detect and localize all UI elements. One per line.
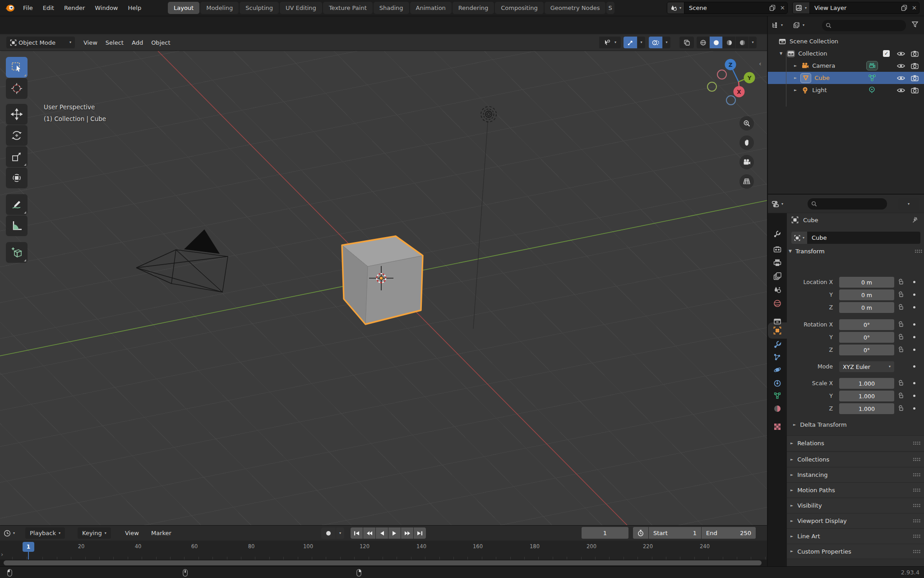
rotation-mode-dropdown[interactable]: XYZ Euler ▾ [839,361,894,372]
unlock-icon[interactable] [898,392,904,399]
view-layer-datablock-button[interactable]: ▾ [793,2,810,14]
breadcrumb-object-name[interactable]: Cube [803,217,912,224]
outliner-row-scene-collection[interactable]: Scene Collection [768,35,924,47]
jump-to-start-button[interactable] [351,527,363,539]
playhead-badge[interactable]: 1 [23,542,34,552]
animate-dot[interactable] [913,306,915,308]
object-mode-dropdown[interactable]: Object Mode ▾ [6,37,75,48]
object-name-input[interactable]: Cube [807,232,920,244]
unlock-icon[interactable] [898,321,904,328]
tab-material[interactable] [773,405,781,413]
workspace-tab-sculpting[interactable]: Sculpting [240,2,279,14]
camera-object[interactable] [136,229,228,292]
blender-logo-icon[interactable] [5,3,15,14]
scale-x-field[interactable]: 1.000 [839,378,894,389]
use-preview-range-toggle[interactable] [633,527,648,539]
scene-name[interactable]: Scene [684,5,767,11]
play-button[interactable] [388,527,401,539]
shading-settings-dropdown[interactable]: ▾ [749,37,757,48]
unlock-icon[interactable] [898,405,904,412]
location-z-field[interactable]: 0 m [839,302,894,313]
disclosure-triangle-icon[interactable]: ► [794,64,797,68]
menu-view[interactable]: View [79,37,102,48]
unlock-icon[interactable] [898,380,904,387]
unlock-icon[interactable] [898,279,904,285]
tool-annotate[interactable] [6,194,28,215]
pan-button[interactable] [739,135,754,150]
tab-modifiers[interactable] [773,340,781,348]
tab-scene[interactable] [773,286,781,294]
scene-unlink-button[interactable]: ✕ [778,2,787,14]
tool-select-box[interactable] [6,57,28,78]
disclosure-triangle-icon[interactable]: ▼ [780,52,782,56]
menu-add[interactable]: Add [128,37,147,48]
hide-viewport-icon[interactable] [897,88,905,93]
animate-dot[interactable] [913,349,915,351]
hide-viewport-icon[interactable] [897,75,905,81]
menu-select[interactable]: Select [102,37,128,48]
scene-datablock-button[interactable]: ▾ [667,2,684,14]
disable-render-icon[interactable] [911,87,919,93]
disable-render-icon[interactable] [911,75,919,81]
outliner-row-collection[interactable]: ▼ Collection ✓ [768,47,924,60]
panel-drag-handle[interactable] [913,457,920,461]
tool-rotate[interactable] [6,125,28,146]
panel-drag-handle[interactable] [913,550,920,554]
collection-checkbox[interactable]: ✓ [883,50,890,57]
workspace-tab-modeling[interactable]: Modeling [200,2,239,14]
animate-dot[interactable] [913,382,915,384]
workspace-tab-layout[interactable]: Layout [168,2,199,14]
unlock-icon[interactable] [898,346,904,353]
tab-render[interactable] [773,246,781,254]
workspace-tab-clipped[interactable]: S [606,2,614,14]
mesh-data-icon[interactable] [868,75,876,82]
object-id-dropdown[interactable]: ▾ [791,232,807,244]
panel-drag-handle[interactable] [915,249,922,253]
editor-divider-vertical[interactable] [767,16,768,566]
workspace-tab-animation[interactable]: Animation [410,2,452,14]
rotation-y-field[interactable]: 0° [839,332,894,343]
gizmo-z-negative-handle[interactable] [726,96,735,105]
panel-motion-paths[interactable]: ► Motion Paths [787,482,924,498]
light-object[interactable] [473,107,496,329]
view-layer-name[interactable]: View Layer [810,5,899,11]
show-gizmo-toggle[interactable] [624,37,637,48]
properties-search-input[interactable] [808,198,887,210]
unlock-icon[interactable] [898,334,904,340]
panel-collections[interactable]: ► Collections [787,452,924,467]
menu-edit[interactable]: Edit [38,2,59,14]
tab-view-layer[interactable] [773,272,781,280]
panel-drag-handle[interactable] [913,519,920,523]
rotation-x-field[interactable]: 0° [839,319,894,330]
shading-material-button[interactable] [723,37,735,48]
menu-marker[interactable]: Marker [147,527,176,539]
tool-scale[interactable] [6,146,28,167]
tab-constraints[interactable] [773,379,781,387]
outliner-display-mode-button[interactable]: ▾ [793,19,804,31]
camera-data-icon[interactable] [866,61,878,70]
hide-viewport-icon[interactable] [897,51,905,56]
overlays-settings-dropdown[interactable]: ▾ [663,37,670,48]
orthographic-toggle-button[interactable] [739,174,754,189]
disable-render-icon[interactable] [911,63,919,69]
timeline-editor-type-button[interactable]: ▾ [4,527,15,539]
show-overlays-toggle[interactable] [649,37,662,48]
location-y-field[interactable]: 0 m [839,289,894,300]
workspace-tab-shading[interactable]: Shading [374,2,409,14]
outliner-search-input[interactable] [822,20,906,31]
panel-relations[interactable]: ► Relations [787,435,924,451]
light-data-icon[interactable] [868,86,876,94]
properties-options-dropdown[interactable]: ▾ [898,198,919,210]
region-collapse-arrow[interactable]: ‹ [759,60,762,67]
properties-editor-type-button[interactable]: ▾ [772,198,783,210]
view-layer-new-button[interactable] [899,2,910,14]
shading-rendered-button[interactable] [736,37,748,48]
object-visibility-dropdown[interactable]: ▾ [599,37,621,48]
tab-physics[interactable] [773,366,781,374]
animate-dot[interactable] [913,294,915,296]
outliner-filter-button[interactable] [911,21,919,28]
scene-new-button[interactable] [767,2,778,14]
hide-viewport-icon[interactable] [897,63,905,69]
outliner-row-camera[interactable]: ► Camera [768,60,924,72]
current-frame-field[interactable]: 1 [582,527,628,539]
